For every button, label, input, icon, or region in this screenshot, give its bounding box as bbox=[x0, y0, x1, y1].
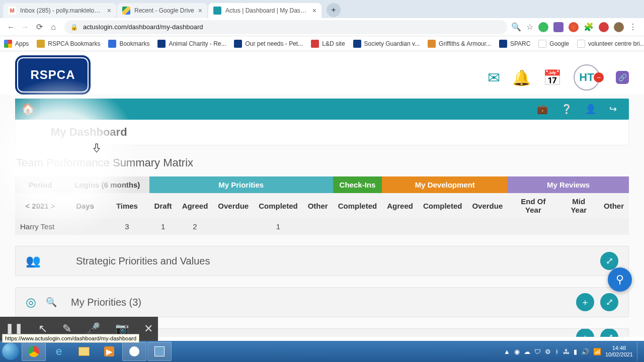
bookmark-item[interactable]: RSPCA Bookmarks bbox=[37, 40, 100, 48]
bookmark-item[interactable]: SPARC bbox=[499, 40, 530, 48]
extension-icon[interactable] bbox=[599, 22, 609, 32]
user-icon[interactable]: 👤 bbox=[585, 104, 596, 115]
taskbar-app[interactable] bbox=[147, 342, 172, 361]
extensions-menu-icon[interactable]: 🧩 bbox=[584, 22, 594, 32]
zoom-icon[interactable]: 🔍 bbox=[511, 22, 521, 32]
site-icon bbox=[234, 40, 242, 48]
new-tab-button[interactable]: + bbox=[327, 3, 341, 17]
extension-icon[interactable] bbox=[569, 22, 579, 32]
expand-icon[interactable]: ⤢ bbox=[600, 328, 618, 337]
card-title: My Priorities (3) bbox=[71, 297, 141, 308]
start-button[interactable] bbox=[0, 341, 21, 362]
add-icon[interactable]: ＋ bbox=[576, 293, 594, 311]
browser-tab[interactable]: Recent - Google Drive × bbox=[117, 3, 207, 18]
close-tab-icon[interactable]: × bbox=[198, 7, 202, 15]
home-button[interactable]: ⌂ bbox=[46, 20, 60, 34]
tray-cloud-icon[interactable]: ☁ bbox=[524, 348, 530, 355]
people-icon: 👥 bbox=[26, 254, 46, 268]
card-title: Strategic Priorities and Values bbox=[76, 255, 210, 267]
address-bar: ← → ⟳ ⌂ 🔒 actuslogin.com/dashboard/my-da… bbox=[0, 18, 644, 36]
table-row[interactable]: Harry Test 3 1 2 1 bbox=[15, 218, 629, 235]
col-group-reviews[interactable]: My Reviews bbox=[508, 176, 629, 193]
reload-button[interactable]: ⟳ bbox=[32, 20, 46, 34]
url-text: actuslogin.com/dashboard/my-dashboard bbox=[83, 23, 203, 31]
browser-tab-active[interactable]: Actus | Dashboard | My Dashboa × bbox=[208, 3, 321, 18]
tray-battery-icon[interactable]: ▮ bbox=[574, 348, 577, 355]
system-clock[interactable]: 14:4810/02/2021 bbox=[605, 345, 633, 358]
col-group-development[interactable]: My Development bbox=[382, 176, 508, 193]
col-days: Days bbox=[65, 193, 105, 218]
site-icon bbox=[157, 40, 166, 48]
col-group-checkins[interactable]: Check-Ins bbox=[333, 176, 382, 193]
col-times: Times bbox=[105, 193, 149, 218]
bookmark-item[interactable]: Society Guardian v... bbox=[353, 40, 420, 48]
col-group-priorities[interactable]: My Priorities bbox=[149, 176, 333, 193]
main-nav: 🏠 💼 ❔ 👤 ↪ bbox=[15, 99, 629, 120]
bookmark-item[interactable]: Google bbox=[538, 40, 569, 48]
col-completed: Completed bbox=[333, 193, 382, 218]
col-completed: Completed bbox=[254, 193, 303, 218]
bookmark-item[interactable]: Bookmarks bbox=[108, 40, 149, 48]
col-period-year[interactable]: < 2021 > bbox=[15, 193, 65, 218]
tray-shield-icon[interactable]: 🛡 bbox=[534, 348, 541, 355]
target-icon: ◎ bbox=[26, 295, 46, 309]
forward-button[interactable]: → bbox=[18, 20, 32, 34]
url-input[interactable]: 🔒 actuslogin.com/dashboard/my-dashboard bbox=[64, 20, 507, 34]
tray-chrome-icon[interactable]: ◉ bbox=[514, 348, 520, 355]
bookmark-item[interactable]: Animal Charity - Re... bbox=[157, 40, 226, 48]
col-other: Other bbox=[303, 193, 333, 218]
tray-volume-icon[interactable]: 🔊 bbox=[581, 348, 589, 355]
col-agreed: Agreed bbox=[382, 193, 418, 218]
col-other: Other bbox=[599, 193, 629, 218]
card-my-priorities[interactable]: ◎ 🔍 My Priorities (3) ＋ ⤢ bbox=[15, 287, 629, 317]
close-tab-icon[interactable]: × bbox=[107, 7, 111, 15]
profile-avatar-icon[interactable] bbox=[614, 22, 624, 32]
app-link-icon[interactable]: 🔗 bbox=[616, 71, 629, 84]
bookmark-apps[interactable]: Apps bbox=[4, 40, 29, 48]
bookmark-item[interactable]: L&D site bbox=[311, 40, 345, 48]
drive-icon bbox=[122, 7, 130, 15]
expand-icon[interactable]: ⤢ bbox=[600, 293, 618, 311]
close-tab-icon[interactable]: × bbox=[312, 7, 316, 15]
chrome-menu-icon[interactable]: ⋮ bbox=[629, 22, 637, 32]
taskbar-media[interactable]: ▶ bbox=[97, 342, 121, 361]
tray-wifi-icon[interactable]: 📶 bbox=[593, 348, 601, 355]
taskbar-ie[interactable]: e bbox=[47, 342, 71, 361]
bookmark-item[interactable]: Our pet needs - Pet... bbox=[234, 40, 303, 48]
mail-icon[interactable]: ✉ bbox=[488, 69, 500, 86]
status-dnd-icon: − bbox=[594, 72, 604, 82]
add-icon[interactable]: ＋ bbox=[576, 328, 594, 337]
close-icon[interactable]: ✕ bbox=[144, 322, 153, 335]
show-desktop-button[interactable] bbox=[637, 342, 641, 361]
nav-home-button[interactable]: 🏠 bbox=[15, 99, 40, 120]
bookmark-item[interactable]: volunteer centre bri... bbox=[577, 40, 644, 48]
tray-sound-icon[interactable]: ⚙ bbox=[545, 348, 551, 355]
actus-icon bbox=[213, 7, 221, 15]
briefcase-icon[interactable]: 💼 bbox=[537, 104, 548, 115]
tray-bluetooth-icon[interactable]: ᚼ bbox=[555, 348, 559, 355]
tray-network-icon[interactable]: 🖧 bbox=[563, 348, 570, 355]
search-icon[interactable]: 🔍 bbox=[46, 297, 57, 308]
taskbar-app[interactable] bbox=[122, 342, 146, 361]
col-completed: Completed bbox=[418, 193, 467, 218]
help-icon[interactable]: ❔ bbox=[561, 104, 572, 115]
bookmark-star-icon[interactable]: ☆ bbox=[526, 22, 533, 32]
expand-icon[interactable]: ⤢ bbox=[600, 252, 618, 270]
bell-icon[interactable]: 🔔 bbox=[512, 69, 531, 86]
taskbar-explorer[interactable] bbox=[72, 342, 96, 361]
site-icon bbox=[499, 40, 507, 48]
back-button[interactable]: ← bbox=[4, 20, 18, 34]
rspca-logo[interactable]: RSPCA bbox=[15, 55, 91, 95]
taskbar-chrome[interactable] bbox=[22, 342, 46, 361]
section-heading: Team Performance Summary Matrix bbox=[16, 156, 628, 169]
accessibility-button[interactable]: ⚲ bbox=[608, 267, 632, 292]
calendar-check-icon[interactable]: 📅 bbox=[543, 69, 561, 86]
extension-icon[interactable] bbox=[553, 22, 564, 32]
browser-tab[interactable]: M Inbox (285) - polly.manktelow@ × bbox=[3, 3, 116, 18]
bookmark-item[interactable]: Griffiths & Armour... bbox=[428, 40, 491, 48]
folder-icon bbox=[37, 40, 45, 48]
card-strategic-priorities[interactable]: 👥 Strategic Priorities and Values ⤢ bbox=[15, 246, 629, 276]
extension-icon[interactable] bbox=[538, 22, 548, 32]
logout-icon[interactable]: ↪ bbox=[609, 104, 617, 115]
tray-chevron-icon[interactable]: ▲ bbox=[504, 348, 510, 355]
